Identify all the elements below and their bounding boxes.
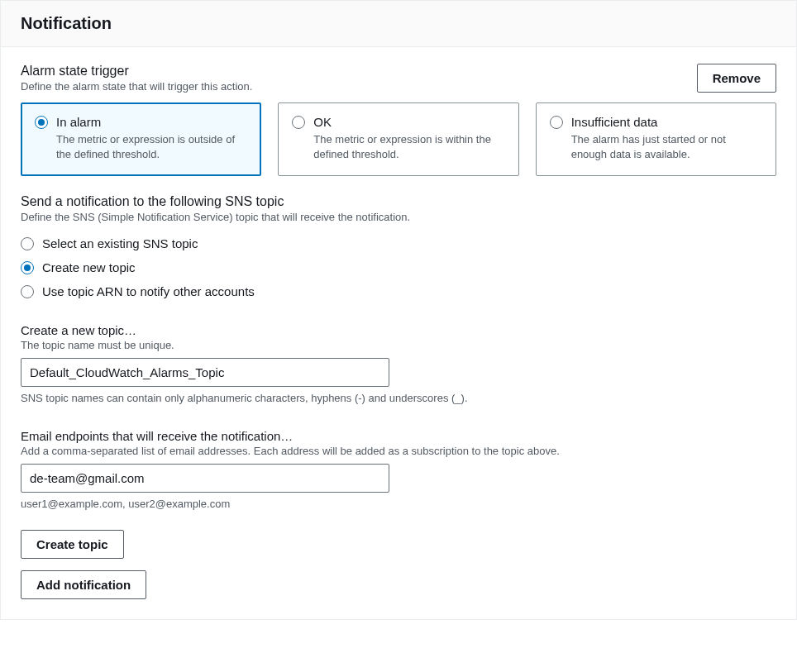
alarm-state-headings: Alarm state trigger Define the alarm sta…	[21, 64, 252, 93]
alarm-state-tiles: In alarm The metric or expression is out…	[21, 102, 776, 176]
sns-topic-desc: Define the SNS (Simple Notification Serv…	[21, 211, 776, 223]
tile-desc: The metric or expression is outside of t…	[35, 132, 247, 162]
create-topic-field: Create a new topic… The topic name must …	[21, 323, 776, 404]
add-notification-button[interactable]: Add notification	[21, 570, 146, 599]
email-label: Email endpoints that will receive the no…	[21, 429, 776, 443]
sns-topic-title: Send a notification to the following SNS…	[21, 194, 776, 209]
topic-name-input[interactable]	[21, 358, 389, 387]
action-buttons: Create topic Add notification	[21, 530, 776, 599]
email-hint: Add a comma-separated list of email addr…	[21, 445, 776, 457]
option-label: Create new topic	[42, 260, 136, 274]
create-topic-button[interactable]: Create topic	[21, 530, 124, 559]
notification-card: Notification Alarm state trigger Define …	[0, 0, 797, 620]
sns-topic-section: Send a notification to the following SNS…	[21, 194, 776, 303]
alarm-state-title: Alarm state trigger	[21, 64, 252, 79]
tile-head: In alarm	[35, 115, 247, 129]
tile-title: Insufficient data	[571, 115, 658, 129]
email-field: Email endpoints that will receive the no…	[21, 429, 776, 510]
tile-title: In alarm	[56, 115, 101, 129]
tile-ok[interactable]: OK The metric or expression is within th…	[278, 102, 518, 176]
tile-desc: The alarm has just started or not enough…	[550, 132, 762, 162]
tile-in-alarm[interactable]: In alarm The metric or expression is out…	[21, 102, 261, 176]
radio-icon	[21, 285, 34, 298]
remove-button[interactable]: Remove	[697, 64, 776, 93]
email-sub: user1@example.com, user2@example.com	[21, 498, 776, 510]
create-topic-label: Create a new topic…	[21, 323, 776, 337]
tile-insufficient-data[interactable]: Insufficient data The alarm has just sta…	[536, 102, 776, 176]
card-header: Notification	[1, 1, 796, 47]
tile-head: Insufficient data	[550, 115, 762, 129]
radio-icon	[35, 116, 48, 129]
create-topic-sub: SNS topic names can contain only alphanu…	[21, 392, 776, 404]
tile-title: OK	[313, 115, 332, 129]
radio-icon	[550, 116, 563, 129]
tile-head: OK	[292, 115, 504, 129]
email-input[interactable]	[21, 464, 389, 493]
option-create-new-topic[interactable]: Create new topic	[21, 255, 776, 279]
option-existing-topic[interactable]: Select an existing SNS topic	[21, 231, 776, 255]
tile-desc: The metric or expression is within the d…	[292, 132, 504, 162]
alarm-state-desc: Define the alarm state that will trigger…	[21, 80, 252, 93]
page-title: Notification	[21, 14, 776, 33]
option-label: Use topic ARN to notify other accounts	[42, 284, 255, 298]
option-label: Select an existing SNS topic	[42, 236, 198, 250]
sns-topic-options: Select an existing SNS topic Create new …	[21, 231, 776, 303]
radio-icon	[292, 116, 305, 129]
radio-icon	[21, 261, 34, 274]
option-use-arn[interactable]: Use topic ARN to notify other accounts	[21, 279, 776, 303]
card-body: Alarm state trigger Define the alarm sta…	[1, 47, 796, 619]
alarm-state-header-row: Alarm state trigger Define the alarm sta…	[21, 64, 776, 93]
radio-icon	[21, 237, 34, 250]
create-topic-hint: The topic name must be unique.	[21, 339, 776, 351]
